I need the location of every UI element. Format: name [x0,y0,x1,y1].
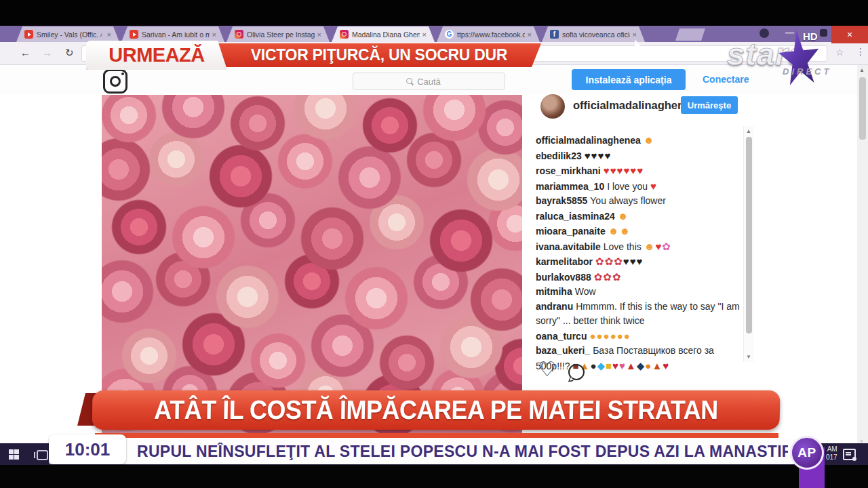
task-view-icon[interactable] [37,450,48,460]
ticker-text: RUPUL NEÎNSUFLEŢIT AL STELEI POPESCU N-A… [137,443,788,461]
scroll-down-icon[interactable]: ▼ [746,354,751,360]
comment-row: mioara_panaite☻☻ [536,224,741,239]
emoji-icon: ♥ [617,165,623,176]
emoji-icon: ● [610,330,616,342]
emoji-icon: ☻ [644,134,654,146]
emoji-icon: ✿ [612,271,621,283]
search-input[interactable] [353,73,505,90]
hd-badge-icon [820,29,827,37]
scroll-up-icon[interactable]: ▲ [746,128,751,134]
action-center-icon[interactable] [843,449,856,460]
emoji-icon: ✿ [605,256,614,267]
follow-button[interactable]: Urmăreşte [681,96,738,114]
comment-username[interactable]: oana_turcu [536,331,587,342]
tab-close-icon[interactable]: × [107,30,111,39]
comment-username[interactable]: karmelitabor [536,256,593,267]
emoji-icon: ● [590,360,596,371]
comment-username[interactable]: andranu [536,301,573,312]
emoji-icon: ● [604,330,610,342]
comment-row: officialmadalinaghenea☻ [536,133,741,148]
comment-username[interactable]: officialmadalinaghenea [536,135,641,146]
comment-username[interactable]: rose_mirkhani [536,165,601,176]
hidden-icons-chevron[interactable]: ▾ [860,438,863,445]
tv-ticker: RUPUL NEÎNSUFLEŢIT AL STELEI POPESCU N-A… [49,438,808,464]
emoji-icon: ♥ [663,360,669,371]
windows-start-icon[interactable] [9,449,19,460]
tab-close-icon[interactable]: × [212,30,216,39]
like-icon[interactable]: ♡ [538,359,556,380]
comment-username[interactable]: raluca_iasmina24 [536,211,615,222]
browser-tab[interactable]: Olivia Steer pe Instagr...× [226,26,330,42]
browser-tab[interactable]: Madalina Diana Ghene...× [332,26,435,42]
browser-tab[interactable]: Gttps://www.facebook.c...× [437,26,540,42]
comment-username[interactable]: ebedilik23 [536,150,582,161]
emoji-icon: ♥ [585,150,591,161]
tv-next-banner: VICTOR PIŢURCĂ, UN SOCRU DUR [217,43,541,67]
browser-tab[interactable]: Smiley - Vals (Offic...♪× [16,26,119,42]
install-app-button[interactable]: Instalează aplicaţia [572,69,686,90]
emoji-icon: ✿ [662,241,671,252]
refresh-icon[interactable]: ↻ [65,47,74,59]
comments-scrollbar[interactable]: ▲ ▼ [743,126,754,362]
ap-logo-text: AP [797,445,816,460]
tab-title: Smiley - Vals (Offic... [37,30,98,39]
page-scrollbar[interactable]: ▲ [857,65,868,443]
back-icon[interactable]: ← [20,47,31,58]
emoji-icon: ♥ [650,180,656,192]
comment-row: oana_turcu●●●●●● [536,329,741,344]
emoji-icon: ☻ [618,210,629,222]
instagram-icon [235,30,243,39]
letterbox-bottom [0,465,868,488]
forward-icon[interactable]: → [42,47,52,58]
emoji-icon: ■ [606,360,612,371]
channel-logo: stars DIRECT [727,34,842,88]
search-icon [406,78,412,84]
emoji-icon: ▲ [652,360,662,371]
emoji-icon: ♥ [637,165,643,176]
comment-username[interactable]: mioara_panaite [536,226,606,237]
comment-username[interactable]: burlakov888 [536,272,591,283]
emoji-icon: ✿ [603,271,612,283]
profile-username[interactable]: officialmadalinagher [573,99,682,112]
browser-tab[interactable]: fsofia vicoveanca oficia...× [542,26,645,42]
direct-badge: DIRECT [783,66,831,77]
comment-username[interactable]: bayrak5855 [536,195,587,206]
emoji-icon: ◆ [597,360,605,371]
browser-menu-icon[interactable]: ⋮ [856,46,865,57]
comment-row: andranuHmmmm. If this is the way to say … [536,300,741,329]
search-box [353,73,505,90]
tv-next-label-box: URMEAZĂ [86,41,227,70]
comment-username[interactable]: mitmiha [536,286,572,297]
tab-close-icon[interactable]: × [317,30,321,39]
tab-close-icon[interactable]: × [528,30,532,39]
scroll-up-icon[interactable]: ▲ [859,67,865,73]
scrollbar-thumb[interactable] [746,137,752,333]
comment-row: burlakov888✿✿✿ [536,270,741,285]
emoji-icon: ▲ [626,360,636,371]
tab-title: Madalina Diana Ghene... [352,30,420,39]
browser-tab[interactable]: Sarivan - Am iubit o m...× [121,26,224,42]
scrollbar-thumb[interactable] [859,77,866,140]
emoji-icon: ♥ [598,150,604,161]
new-tab-button[interactable] [675,28,705,41]
tv-next-label: URMEAZĂ [108,44,205,66]
broadcast-time: 10:01 [65,439,111,460]
tab-close-icon[interactable]: × [422,30,427,39]
emoji-icon: ☻ [608,225,619,237]
tab-title: Sarivan - Am iubit o m... [142,30,210,39]
instagram-logo-icon[interactable] [103,69,127,94]
comment-row: karmelitabor✿✿✿♥♥♥ [536,254,741,270]
comment-text: You always flower [590,195,666,206]
comment-row: mitmihaWow [536,285,741,300]
emoji-icon: ♥ [604,165,610,176]
comment-username[interactable]: baza_ukeri_ [536,345,590,356]
comment-username[interactable]: ivana.avitabile [536,241,601,252]
audio-playing-icon[interactable]: ♪ [100,31,103,38]
emoji-icon: ● [597,330,603,342]
comment-username[interactable]: mariammea_10 [536,181,604,192]
clock-box: 10:01 [49,434,126,464]
comment-bubble-icon[interactable] [568,364,585,380]
emoji-icon: ● [645,360,651,371]
tab-close-icon[interactable]: × [633,30,637,39]
avatar[interactable] [540,94,565,119]
